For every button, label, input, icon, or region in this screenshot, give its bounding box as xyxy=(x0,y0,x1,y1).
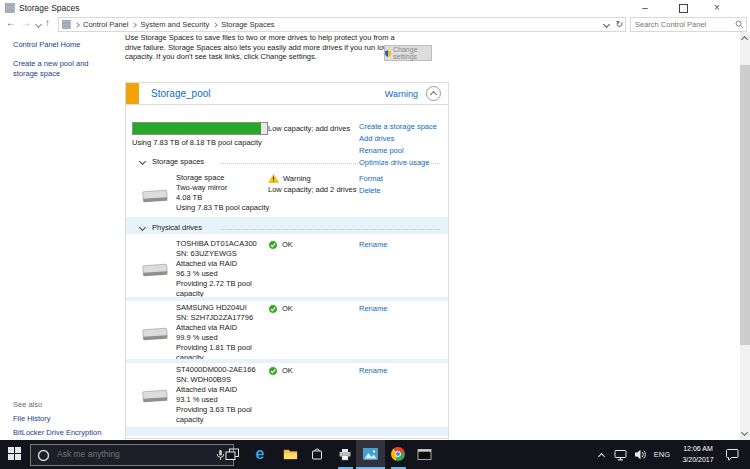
drive-status: OK xyxy=(282,303,293,314)
pool-header: Storage_pool Warning xyxy=(126,83,448,105)
edge-icon[interactable]: e xyxy=(251,445,269,463)
start-button[interactable] xyxy=(8,447,23,462)
back-icon[interactable]: ← xyxy=(6,17,16,28)
drive-serial: SN: WDH00B9S xyxy=(176,375,276,385)
sidebar-item-control-panel-home[interactable]: Control Panel Home xyxy=(13,40,81,50)
sidebar-item-bitlocker[interactable]: BitLocker Drive Encryption xyxy=(13,428,101,438)
pool-status-label: Warning xyxy=(385,89,418,99)
rename-drive-link[interactable]: Rename xyxy=(359,365,387,377)
space-size: 4.08 TB xyxy=(176,193,276,203)
search-box xyxy=(630,17,747,32)
scroll-down-icon[interactable] xyxy=(741,429,748,436)
search-icon[interactable] xyxy=(735,20,744,29)
breadcrumb-storage-spaces[interactable]: Storage Spaces xyxy=(221,20,274,29)
maximize-button[interactable] xyxy=(668,0,698,16)
physical-drive-row: TOSHIBA DT01ACA300 SN: 63UZYEWGS Attache… xyxy=(126,237,448,297)
drive-used: 99.9 % used xyxy=(176,333,276,343)
breadcrumb-control-panel[interactable]: Control Panel xyxy=(83,20,128,29)
close-button[interactable]: × xyxy=(702,0,732,16)
action-center-icon[interactable] xyxy=(722,440,742,469)
delete-link[interactable]: Delete xyxy=(359,185,383,197)
address-bar[interactable]: Control Panel System and Security Storag… xyxy=(58,17,626,32)
pool-capacity-bar xyxy=(132,122,268,135)
change-settings-label: Change settings xyxy=(393,46,431,60)
space-type: Two-way mirror xyxy=(176,183,276,193)
minimize-button[interactable]: – xyxy=(630,0,660,16)
scrollbar-thumb[interactable] xyxy=(740,65,750,345)
clock[interactable]: 12:06 AM 3/20/2017 xyxy=(676,443,720,465)
taskbar-search-input[interactable] xyxy=(55,448,209,460)
up-icon[interactable]: ↑ xyxy=(45,17,50,28)
sidebar-item-file-history[interactable]: File History xyxy=(13,414,51,424)
terminal-icon[interactable] xyxy=(415,445,433,463)
rename-drive-link[interactable]: Rename xyxy=(359,303,387,315)
physical-drives-section-header[interactable]: Physical drives xyxy=(126,221,448,234)
tray-date: 3/20/2017 xyxy=(676,454,720,465)
store-icon[interactable] xyxy=(308,445,326,463)
drive-serial: SN: S2H7JD2ZA17796 xyxy=(176,313,276,323)
warning-icon xyxy=(268,174,279,183)
vertical-scrollbar[interactable] xyxy=(740,32,750,440)
forward-icon[interactable]: → xyxy=(21,17,31,28)
scroll-up-icon[interactable] xyxy=(741,36,748,43)
address-dropdown-icon[interactable] xyxy=(603,20,610,27)
tray-time: 12:06 AM xyxy=(676,443,720,454)
drive-name: ST4000DM000-2AE166 xyxy=(176,365,276,375)
add-drives-link[interactable]: Add drives xyxy=(359,133,437,145)
storage-spaces-section-header[interactable]: Storage spaces xyxy=(126,155,448,168)
drive-name: TOSHIBA DT01ACA300 xyxy=(176,239,276,249)
storage-spaces-window: Storage Spaces – × ← → ↑ Control Panel S… xyxy=(0,0,750,469)
pool-warning-flag xyxy=(126,83,139,104)
window-title: Storage Spaces xyxy=(19,3,79,13)
storage-spaces-section-title: Storage spaces xyxy=(152,157,204,166)
drive-providing: Providing 2.72 TB pool capacity xyxy=(176,279,276,299)
title-bar: Storage Spaces – × xyxy=(0,0,750,16)
space-usage: Using 7.83 TB pool capacity xyxy=(176,203,276,213)
format-link[interactable]: Format xyxy=(359,173,383,185)
section-collapse-icon[interactable] xyxy=(139,224,146,231)
drive-status: OK xyxy=(282,365,293,376)
content-area: Control Panel Home Create a new pool and… xyxy=(0,32,750,440)
drive-used: 96.3 % used xyxy=(176,269,276,279)
space-status-detail: Low capacity; add 2 drives xyxy=(268,184,356,195)
language-indicator[interactable]: ENG xyxy=(650,440,674,469)
see-also-label: See also xyxy=(13,400,42,409)
drive-name: SAMSUNG HD204UI xyxy=(176,303,276,313)
intro-text: Use Storage Spaces to save files to two … xyxy=(125,33,399,62)
change-settings-button[interactable]: Change settings xyxy=(384,45,432,61)
search-input[interactable] xyxy=(633,18,733,31)
section-collapse-icon[interactable] xyxy=(139,158,146,165)
breadcrumb-system-security[interactable]: System and Security xyxy=(140,20,209,29)
printer-icon[interactable] xyxy=(336,445,354,463)
task-view-button[interactable] xyxy=(223,445,241,463)
space-status: Warning xyxy=(283,173,311,184)
storage-spaces-app-icon xyxy=(5,3,15,13)
drive-serial: SN: 63UZYEWGS xyxy=(176,249,276,259)
physical-drives-section-title: Physical drives xyxy=(152,223,202,232)
maximize-icon xyxy=(679,4,688,13)
active-app-tile[interactable] xyxy=(356,440,385,469)
collapse-pool-button[interactable] xyxy=(426,86,441,101)
taskbar: e xyxy=(0,440,750,469)
drive-providing: Providing 3.63 TB pool capacity xyxy=(176,405,276,425)
pool-usage-text: Using 7.83 TB of 8.18 TB pool capacity xyxy=(132,138,262,147)
refresh-icon[interactable]: ↻ xyxy=(615,19,623,29)
network-icon[interactable] xyxy=(612,440,630,469)
rename-drive-link[interactable]: Rename xyxy=(359,239,387,251)
chrome-icon[interactable] xyxy=(389,445,407,463)
volume-icon[interactable] xyxy=(632,440,648,469)
tray-expand-chevron-icon[interactable] xyxy=(594,440,608,469)
cortana-search-box[interactable] xyxy=(30,444,234,466)
create-storage-space-link[interactable]: Create a storage space xyxy=(359,121,437,133)
pool-capacity-note: Low capacity; add drives xyxy=(268,124,350,133)
physical-drive-icon xyxy=(140,385,170,407)
breadcrumb-separator-icon xyxy=(212,22,218,28)
sidebar-item-create-pool[interactable]: Create a new pool and storage space xyxy=(13,59,115,79)
storage-space-item: Storage space Two-way mirror 4.08 TB Usi… xyxy=(126,171,448,217)
drive-attachment: Attached via RAID xyxy=(176,259,276,269)
photos-app-icon xyxy=(363,448,378,460)
sidebar: Control Panel Home Create a new pool and… xyxy=(0,32,122,440)
drive-used: 93.1 % used xyxy=(176,395,276,405)
history-dropdown-icon[interactable] xyxy=(35,21,42,28)
file-explorer-icon[interactable] xyxy=(281,445,299,463)
